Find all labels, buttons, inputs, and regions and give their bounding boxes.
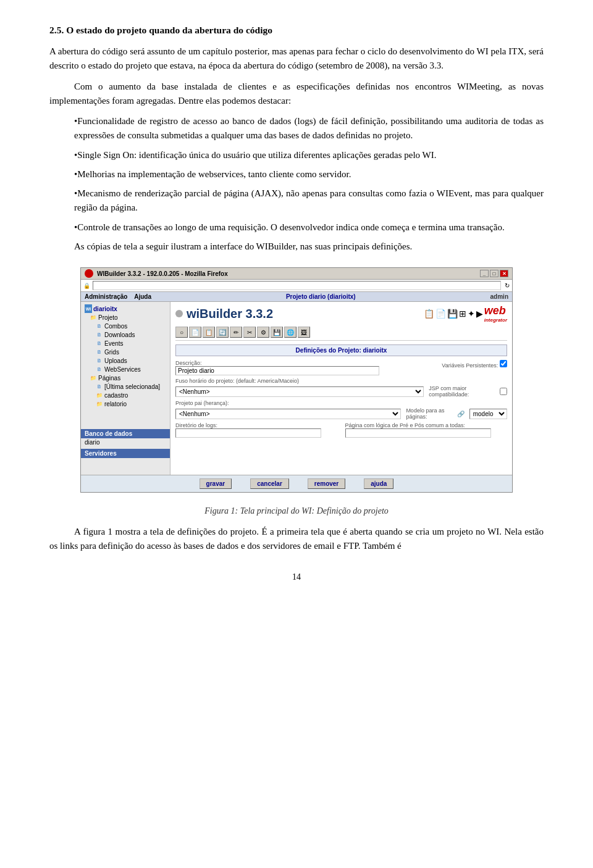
toolbar-btn-3[interactable]: 📋 xyxy=(203,327,215,338)
browser-icon xyxy=(85,269,93,278)
logs-label: Diretório de logs: xyxy=(175,422,338,428)
app-logo: web integrator xyxy=(484,304,507,323)
sidebar-label-events: Events xyxy=(104,340,124,347)
sidebar-item-diarioitx[interactable]: WI diarioitx xyxy=(81,304,170,313)
logo-sub: integrator xyxy=(484,317,507,323)
figure-browser: WIBuilder 3.3.2 - 192.0.0.205 - Mozilla … xyxy=(80,267,513,493)
toolbar-btn-1[interactable]: ○ xyxy=(175,327,188,338)
cancelar-button[interactable]: cancelar xyxy=(250,478,289,489)
browser-window-buttons: _ □ ✕ xyxy=(480,270,508,277)
sidebar-label-relatorio: relatorio xyxy=(104,401,127,407)
toolbar-btn-7[interactable]: ⚙ xyxy=(257,327,269,338)
closing-paragraph: As cópias de tela a seguir ilustram a in… xyxy=(49,240,544,254)
toolbar-btn-2[interactable]: 📄 xyxy=(189,327,201,338)
toolbar-btn-9[interactable]: 🌐 xyxy=(284,327,296,338)
page-icon-webservices: 🗎 xyxy=(96,365,103,373)
icon-grid2[interactable]: ⊞ xyxy=(459,309,466,319)
vars-label: Variáveis Persistentes: xyxy=(442,362,498,369)
app-header: wiBuilder 3.3.2 📋 📄 💾 ⊞ ✦ ▶ web integrat… xyxy=(175,304,507,323)
icon-save-set[interactable]: 💾 xyxy=(447,309,458,319)
gravar-button[interactable]: gravar xyxy=(200,478,232,489)
logs-input[interactable] xyxy=(175,428,321,438)
parent-select[interactable]: <Nenhum> xyxy=(175,409,401,419)
paragraph-1: A abertura do código será assunto de um … xyxy=(49,44,544,73)
section-box: Definições do Projeto: diarioitx xyxy=(175,344,507,356)
sidebar-label-uploads: Uploads xyxy=(104,357,127,364)
toolbar: ○ 📄 📋 🔄 ✏ ✂ ⚙ 💾 🌐 🖼 xyxy=(175,325,507,341)
sidebar-item-downloads[interactable]: 🗎 Downloads xyxy=(81,330,170,339)
jsp-label: JSP com maior compatibilidade: xyxy=(429,385,495,398)
sidebar-item-grids[interactable]: 🗎 Grids xyxy=(81,348,170,356)
menu-left: Administração Ajuda xyxy=(85,293,151,300)
close-button[interactable]: ✕ xyxy=(500,270,508,277)
sidebar-db-item[interactable]: diario xyxy=(81,438,170,446)
model-select[interactable]: modelo xyxy=(469,409,507,419)
remover-button[interactable]: remover xyxy=(308,478,345,489)
sidebar-item-projeto[interactable]: 📁 Projeto xyxy=(81,313,170,322)
toolbar-btn-8[interactable]: 💾 xyxy=(271,327,283,338)
model-label: Modelo para as páginas: xyxy=(406,407,452,420)
bullet-item-1: •Funcionalidade de registro de acesso ao… xyxy=(74,114,544,143)
menu-help[interactable]: Ajuda xyxy=(134,293,151,300)
timezone-select[interactable]: <Nenhum> xyxy=(175,386,424,397)
prepos-input[interactable] xyxy=(345,428,491,438)
browser-title: WIBuilder 3.3.2 - 192.0.0.205 - Mozilla … xyxy=(97,270,228,277)
refresh-icon[interactable]: ↻ xyxy=(505,282,510,289)
wi-icon: WI xyxy=(85,305,92,312)
toolbar-btn-5[interactable]: ✏ xyxy=(230,327,242,338)
form-parent-group: Projeto pai (herança): <Nenhum> Modelo p… xyxy=(175,400,507,420)
app-title-text: wiBuilder 3.3.2 xyxy=(187,307,273,321)
icon-copy[interactable]: 📋 xyxy=(424,309,434,319)
toolbar-btn-10[interactable]: 🖼 xyxy=(298,327,310,338)
page-icon-downloads: 🗎 xyxy=(96,331,103,338)
title-dot xyxy=(175,310,183,317)
menu-center: Projeto diario (diarioitx) xyxy=(286,293,356,300)
browser-titlebar: WIBuilder 3.3.2 - 192.0.0.205 - Mozilla … xyxy=(81,268,512,280)
sidebar-item-webservices[interactable]: 🗎 WebServices xyxy=(81,365,170,373)
url-input[interactable]: http://192.0.0.205:8080/wi3/Login xyxy=(93,281,501,290)
maximize-button[interactable]: □ xyxy=(490,270,498,277)
section-title: 2.5. O estado do projeto quando da abert… xyxy=(49,25,544,36)
vars-checkbox[interactable] xyxy=(500,360,507,367)
icon-arrow[interactable]: ▶ xyxy=(476,309,483,319)
folder-icon-paginas: 📁 xyxy=(90,374,97,382)
paragraph-2: Com o aumento da base instalada de clien… xyxy=(49,80,544,109)
jsp-checkbox[interactable] xyxy=(500,388,507,395)
ajuda-button[interactable]: ajuda xyxy=(364,478,393,489)
bullet-item-5: •Controle de transações ao longo de uma … xyxy=(74,220,544,235)
toolbar-btn-6[interactable]: ✂ xyxy=(243,327,256,338)
logo-web: web xyxy=(484,304,506,317)
sidebar-item-relatorio[interactable]: 📁 relatorio xyxy=(81,399,170,408)
minimize-button[interactable]: _ xyxy=(480,270,489,277)
sidebar-label-combos: Combos xyxy=(104,323,127,330)
toolbar-btn-4[interactable]: 🔄 xyxy=(216,327,229,338)
sidebar-label-projeto: Projeto xyxy=(98,314,118,321)
sidebar-section-database: Banco de dados xyxy=(81,429,170,438)
desc-input[interactable] xyxy=(175,366,379,375)
icon-star[interactable]: ✦ xyxy=(468,309,475,319)
sidebar-label-webservices: WebServices xyxy=(104,366,141,373)
url-label: 🔒 xyxy=(83,283,90,289)
page-number: 14 xyxy=(49,572,544,582)
sidebar-label-cadastro: cadastro xyxy=(104,392,128,399)
folder-icon-relatorio: 📁 xyxy=(96,400,103,407)
page-icon-ultima: 🗎 xyxy=(96,383,103,390)
form-prepos-sub: Página com lógica de Pré e Pós comum a t… xyxy=(345,422,508,438)
bullet-item-2: •Single Sign On: identificação única do … xyxy=(74,148,544,162)
sidebar-item-paginas[interactable]: 📁 Páginas xyxy=(81,373,170,382)
sidebar-item-uploads[interactable]: 🗎 Uploads xyxy=(81,356,170,365)
menu-user: admin xyxy=(490,293,508,300)
sidebar-item-combos[interactable]: 🗎 Combos xyxy=(81,322,170,330)
sidebar-item-cadastro[interactable]: 📁 cadastro xyxy=(81,391,170,399)
sidebar-item-ultima[interactable]: 🗎 [Última selecionada] xyxy=(81,382,170,391)
sidebar-item-events[interactable]: 🗎 Events xyxy=(81,339,170,348)
model-icon: 🔗 xyxy=(457,411,465,417)
menu-admin[interactable]: Administração xyxy=(85,293,127,300)
icon-new[interactable]: 📄 xyxy=(435,309,446,319)
browser-urlbar: 🔒 http://192.0.0.205:8080/wi3/Login ↻ xyxy=(81,280,512,292)
sidebar-label-paginas: Páginas xyxy=(98,375,120,382)
page-icon-combos: 🗎 xyxy=(96,322,103,330)
figure-caption: Figura 1: Tela principal do WI: Definiçã… xyxy=(49,506,544,516)
timezone-label: Fuso horário do projeto: (default: Ameri… xyxy=(175,378,507,384)
header-icons: 📋 📄 💾 ⊞ ✦ ▶ web integrator xyxy=(424,304,507,323)
